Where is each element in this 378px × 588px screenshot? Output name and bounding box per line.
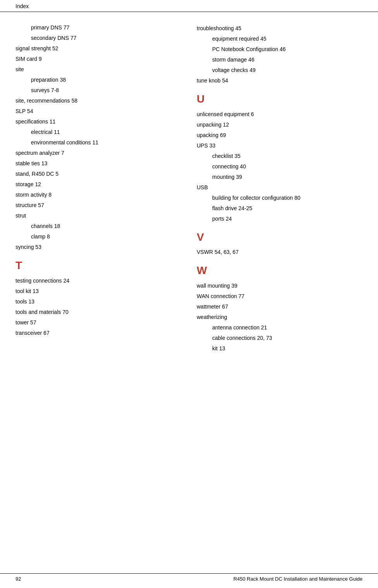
list-item: structure 57	[15, 201, 181, 209]
list-item: weatherizing	[197, 313, 363, 321]
list-item: troubleshooting 45	[197, 24, 363, 33]
list-item: WAN connection 77	[197, 292, 363, 300]
list-item: tune knob 54	[197, 77, 363, 85]
list-item: tool kit 13	[15, 287, 181, 295]
page-header: Index	[0, 0, 378, 12]
list-item: wall mounting 39	[197, 282, 363, 290]
list-item: storm damage 46	[197, 56, 363, 64]
list-item: primary DNS 77	[15, 24, 181, 32]
list-item: SLP 54	[15, 107, 181, 115]
list-item: testing connections 24	[15, 277, 181, 285]
list-item: strut	[15, 212, 181, 220]
list-item: tools 13	[15, 298, 181, 306]
section-v-letter: V	[197, 231, 363, 244]
list-item: stable ties 13	[15, 159, 181, 168]
list-item: preparation 38	[15, 76, 181, 84]
list-item: UPS 33	[197, 142, 363, 150]
list-item: secondary DNS 77	[15, 34, 181, 42]
list-item: VSWR 54, 63, 67	[197, 248, 363, 256]
list-item: upacking 69	[197, 131, 363, 139]
list-item: environmental conditions 11	[15, 139, 181, 147]
list-item: kit 13	[197, 345, 363, 353]
list-item: connecting 40	[197, 163, 363, 171]
list-item: PC Notebook Configuration 46	[197, 45, 363, 53]
section-w-letter: W	[197, 264, 363, 277]
list-item: site	[15, 65, 181, 74]
list-item: equipment required 45	[197, 35, 363, 43]
list-item: stand, R450 DC 5	[15, 170, 181, 178]
list-item: site, recommendations 58	[15, 97, 181, 105]
list-item: electrical 11	[15, 128, 181, 136]
list-item: channels 18	[15, 222, 181, 230]
list-item: SIM card 9	[15, 55, 181, 63]
section-u-letter: U	[197, 93, 363, 106]
list-item: storage 12	[15, 180, 181, 189]
list-item: surveys 7-8	[15, 86, 181, 94]
list-item: specifications 11	[15, 118, 181, 126]
footer-doc-title: R450 Rack Mount DC Installation and Main…	[233, 576, 363, 582]
header-title: Index	[15, 3, 29, 9]
list-item: spectrum analyzer 7	[15, 149, 181, 157]
list-item: ports 24	[197, 215, 363, 223]
footer-page-number: 92	[15, 576, 21, 582]
list-item: tools and materials 70	[15, 308, 181, 316]
list-item: syncing 53	[15, 243, 181, 251]
list-item: transceiver 67	[15, 329, 181, 337]
list-item: mounting 39	[197, 173, 363, 181]
list-item: wattmeter 67	[197, 303, 363, 311]
list-item: storm activity 8	[15, 191, 181, 199]
list-item: unlicensed equipment 6	[197, 110, 363, 118]
list-item: building for collector configuration 80	[197, 194, 363, 202]
list-item: voltage checks 49	[197, 66, 363, 74]
main-content: primary DNS 77 secondary DNS 77 signal s…	[0, 12, 378, 378]
list-item: checklist 35	[197, 152, 363, 160]
list-item: tower 57	[15, 319, 181, 327]
left-column: primary DNS 77 secondary DNS 77 signal s…	[15, 24, 189, 355]
list-item: USB	[197, 183, 363, 192]
list-item: cable connections 20, 73	[197, 334, 363, 342]
right-column: troubleshooting 45 equipment required 45…	[189, 24, 363, 355]
list-item: antenna connection 21	[197, 324, 363, 332]
list-item: clamp 8	[15, 233, 181, 241]
page-footer: 92 R450 Rack Mount DC Installation and M…	[0, 573, 378, 584]
section-t-letter: T	[15, 259, 181, 272]
list-item: signal strenght 52	[15, 45, 181, 53]
list-item: unpacking 12	[197, 121, 363, 129]
list-item: flash drive 24-25	[197, 204, 363, 213]
